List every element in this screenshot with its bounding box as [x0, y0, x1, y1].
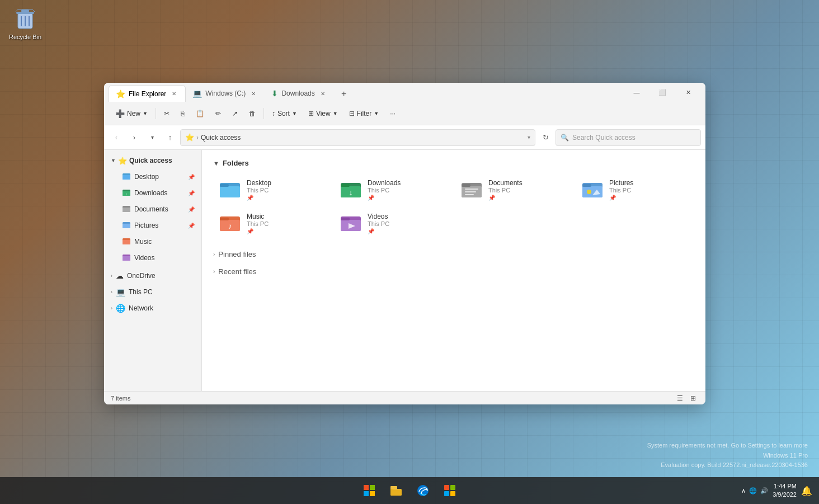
- sidebar-network-label: Network: [129, 304, 153, 312]
- folder-item-music[interactable]: ♪ Music This PC 📌: [213, 208, 332, 239]
- notification-icon[interactable]: 🔔: [801, 486, 812, 496]
- folder-item-videos[interactable]: Videos This PC 📌: [334, 208, 453, 239]
- taskbar-store-button[interactable]: [437, 478, 462, 503]
- folder-desktop-location: This PC: [247, 187, 271, 194]
- sidebar-onedrive-label: OneDrive: [127, 272, 156, 280]
- folder-desktop-pin: 📌: [247, 195, 271, 201]
- pinned-files-label: Pinned files: [218, 250, 256, 258]
- svg-rect-30: [465, 191, 476, 192]
- svg-rect-33: [582, 186, 603, 197]
- chevron-up-icon[interactable]: ∧: [741, 487, 746, 494]
- folder-pictures-info: Pictures This PC 📌: [609, 179, 633, 201]
- sidebar-item-downloads[interactable]: ↓ Downloads 📌: [106, 185, 199, 201]
- tab-downloads[interactable]: ⬇ Downloads ✕: [265, 85, 333, 102]
- refresh-button[interactable]: ↻: [538, 130, 553, 145]
- folder-item-desktop[interactable]: Desktop This PC 📌: [213, 174, 332, 205]
- rename-button[interactable]: ✏: [211, 105, 225, 123]
- copy-button[interactable]: ⎘: [176, 105, 189, 123]
- sidebar-downloads-label: Downloads: [134, 189, 185, 197]
- clock-date: 3/9/2022: [773, 491, 797, 499]
- filter-icon: ⊟: [349, 110, 355, 117]
- folder-downloads-name: Downloads: [368, 179, 401, 187]
- back-button[interactable]: ‹: [109, 130, 124, 145]
- folder-item-documents[interactable]: Documents This PC 📌: [455, 174, 573, 205]
- recycle-bin-icon[interactable]: Recycle Bin: [6, 6, 45, 40]
- path-star-icon: ⭐: [185, 133, 194, 142]
- filter-button[interactable]: ⊟ Filter ▼: [345, 105, 384, 123]
- up-button[interactable]: ↑: [162, 130, 178, 145]
- svg-rect-54: [450, 491, 455, 496]
- sidebar-network[interactable]: › 🌐 Network: [106, 300, 199, 316]
- tab-windows-c-close[interactable]: ✕: [249, 89, 258, 98]
- sidebar-item-music[interactable]: Music: [106, 234, 199, 249]
- sidebar: ▼ ⭐ Quick access Desktop 📌: [104, 150, 202, 391]
- toolbar-sep-2: [263, 108, 264, 119]
- sort-dropdown-icon: ▼: [292, 111, 297, 116]
- more-icon: ···: [390, 110, 396, 117]
- documents-folder-icon: [122, 204, 131, 215]
- folder-downloads-icon: ↓: [340, 178, 362, 201]
- delete-button[interactable]: 🗑: [244, 105, 260, 123]
- network-expand-icon: ›: [111, 305, 112, 311]
- tabs-area: ⭐ File Explorer ✕ 💻 Windows (C:) ✕ ⬇ Dow…: [109, 83, 624, 102]
- tab-windows-c[interactable]: 💻 Windows (C:) ✕: [186, 85, 265, 102]
- pinned-files-header[interactable]: › Pinned files: [213, 248, 694, 261]
- minimize-button[interactable]: —: [624, 83, 649, 101]
- recent-locations-button[interactable]: ▾: [144, 130, 160, 145]
- filter-label: Filter: [357, 110, 372, 117]
- taskbar-edge-button[interactable]: [411, 478, 435, 503]
- sidebar-item-desktop[interactable]: Desktop 📌: [106, 169, 199, 185]
- share-button[interactable]: ↗: [228, 105, 242, 123]
- share-icon: ↗: [232, 110, 238, 117]
- close-button[interactable]: ✕: [675, 83, 701, 101]
- list-view-toggle[interactable]: ☰: [674, 393, 685, 404]
- more-button[interactable]: ···: [385, 105, 400, 123]
- grid-view-toggle[interactable]: ⊞: [688, 393, 699, 404]
- folder-item-pictures[interactable]: Pictures This PC 📌: [576, 174, 694, 205]
- tab-file-explorer-label: File Explorer: [129, 90, 166, 98]
- tab-file-explorer-close[interactable]: ✕: [170, 90, 178, 98]
- folders-section-header[interactable]: ▼ Folders: [213, 159, 694, 167]
- folder-item-downloads[interactable]: ↓ Downloads This PC 📌: [334, 174, 453, 205]
- sidebar-this-pc-label: This PC: [129, 288, 153, 296]
- pictures-folder-icon: [122, 220, 131, 231]
- paste-button[interactable]: 📋: [191, 105, 209, 123]
- downloads-pin-icon: 📌: [188, 190, 195, 196]
- start-button[interactable]: [357, 478, 382, 503]
- forward-button[interactable]: ›: [126, 130, 142, 145]
- taskbar-file-explorer-button[interactable]: [384, 478, 408, 503]
- add-tab-button[interactable]: +: [336, 86, 352, 102]
- folder-videos-name: Videos: [368, 213, 389, 220]
- recent-chevron-icon: ›: [213, 269, 215, 275]
- new-button[interactable]: ➕ New ▼: [111, 105, 152, 123]
- volume-icon[interactable]: 🔊: [760, 487, 768, 494]
- tab-downloads-close[interactable]: ✕: [318, 89, 327, 98]
- recent-files-header[interactable]: › Recent files: [213, 265, 694, 278]
- search-box[interactable]: 🔍 Search Quick access: [556, 129, 701, 146]
- svg-rect-34: [582, 184, 591, 187]
- view-button[interactable]: ⊞ View ▼: [304, 105, 342, 123]
- music-folder-icon: [122, 237, 131, 247]
- folder-downloads-pin: 📌: [368, 195, 401, 201]
- cut-button[interactable]: ✂: [159, 105, 174, 123]
- tab-file-explorer[interactable]: ⭐ File Explorer ✕: [109, 85, 186, 102]
- sidebar-item-videos[interactable]: Videos: [106, 250, 199, 266]
- system-icons: ∧ 🌐 🔊: [741, 487, 768, 494]
- maximize-button[interactable]: ⬜: [649, 83, 675, 101]
- folder-videos-pin: 📌: [368, 228, 389, 234]
- sidebar-quick-access-header[interactable]: ▼ ⭐ Quick access: [106, 153, 199, 168]
- folder-downloads-info: Downloads This PC 📌: [368, 179, 401, 201]
- clock-time: 1:44 PM: [773, 482, 797, 491]
- sidebar-this-pc[interactable]: › 💻 This PC: [106, 284, 199, 300]
- copy-icon: ⎘: [181, 110, 185, 117]
- svg-rect-38: [220, 218, 229, 220]
- address-path[interactable]: ⭐ › Quick access ▾: [180, 129, 535, 146]
- sidebar-onedrive[interactable]: › ☁ OneDrive: [106, 268, 199, 284]
- sidebar-item-documents[interactable]: Documents 📌: [106, 201, 199, 217]
- sidebar-item-pictures[interactable]: Pictures 📌: [106, 218, 199, 233]
- language-icon: 🌐: [749, 487, 757, 494]
- taskbar-clock[interactable]: 1:44 PM 3/9/2022: [773, 482, 797, 500]
- sort-button[interactable]: ↕ Sort ▼: [267, 105, 302, 123]
- pictures-pin-icon: 📌: [188, 223, 195, 229]
- svg-rect-24: [341, 184, 350, 187]
